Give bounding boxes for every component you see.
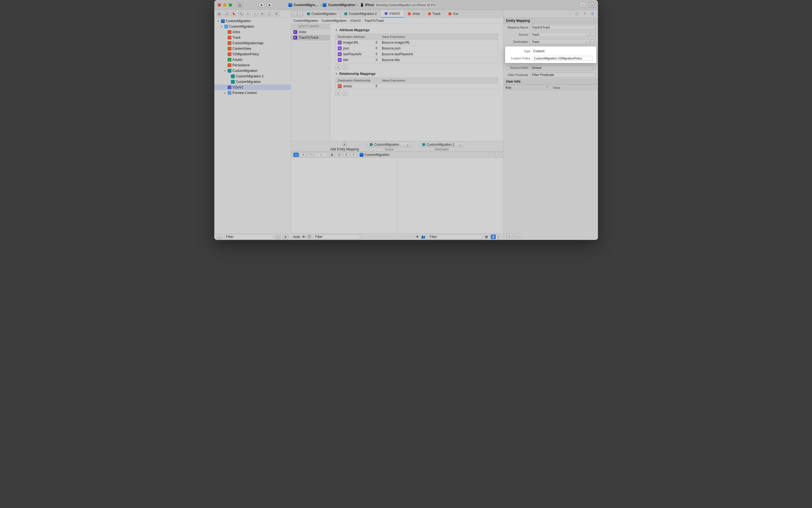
add-entity-mapping-button[interactable]: ＋Add Entity Mapping (330, 142, 359, 151)
find-icon[interactable]: 🔍 (238, 11, 244, 16)
tree-item[interactable]: V1toV2 (214, 85, 291, 90)
variables-view[interactable] (291, 158, 397, 233)
attr-add-button[interactable]: ＋ (335, 65, 341, 70)
debug-view-icon[interactable]: ▦ (329, 153, 335, 157)
tree-item[interactable]: ▾CustomMigration (214, 18, 291, 24)
help-inspector-icon[interactable]: ？ (582, 11, 587, 16)
debug-target[interactable]: CustomMigration (360, 153, 390, 157)
history-inspector-icon[interactable]: 🕘 (574, 11, 580, 16)
userinfo-add-button[interactable]: ＋ (506, 233, 512, 238)
zoom-window[interactable] (229, 3, 232, 7)
scm-icon[interactable]: ⊞ (283, 235, 289, 239)
tree-item[interactable]: ▾CustomMigration (214, 68, 291, 74)
file-inspector-icon[interactable]: 📄 (567, 11, 572, 16)
step-over-button[interactable]: ↷ (308, 153, 313, 157)
editor-tab[interactable]: CustomMigration 2 (340, 10, 381, 18)
crumb[interactable]: TrackToTrack (364, 19, 384, 23)
add-file-button[interactable]: ＋ (217, 235, 223, 239)
debug-layout-toggle[interactable]: ▮▯ (490, 235, 501, 239)
relationship-mappings-header[interactable]: ▼Relationship Mappings (335, 72, 498, 76)
filter-predicate-input[interactable]: Filter Predicate (530, 73, 595, 77)
editor-tab[interactable]: CustomMigration (303, 10, 341, 18)
run-button[interactable]: ▶ (267, 2, 273, 7)
debug-memory-icon[interactable]: ⊞ (336, 153, 342, 157)
scheme-selector[interactable]: CustomMigra… › CustomMigration › 📱 iPhon… (288, 3, 387, 7)
entity-mapping-item[interactable]: ETrackToTrack (291, 35, 330, 40)
console-view[interactable] (397, 158, 503, 233)
custom-policy-input[interactable]: CustomMigration.V2MigrationPolicy (532, 56, 593, 61)
tree-item[interactable]: ContentView (214, 46, 291, 51)
tabs-nav-fwd[interactable]: › (297, 11, 303, 16)
editor-tab[interactable]: Track (424, 10, 445, 18)
tree-item[interactable]: CustomMigration (214, 79, 291, 85)
debug-panel-toggle[interactable]: ▭ (495, 153, 501, 157)
destination-jump-icon[interactable]: → (591, 39, 595, 44)
rel-remove-button[interactable]: − (342, 91, 348, 96)
tree-item[interactable]: Persistence (214, 62, 291, 68)
console-people-icon[interactable]: 👥 (421, 235, 425, 239)
mapping-name-input[interactable]: TrackToTrack (530, 25, 595, 30)
console-filter[interactable]: Filter (428, 235, 482, 239)
tree-item[interactable]: CustomMigrationApp (214, 40, 291, 46)
info-icon[interactable]: ⓘ (308, 235, 311, 239)
attribute-mappings-header[interactable]: ▼Attribute Mappings (335, 28, 498, 32)
editor-tab[interactable]: V1toV2 (381, 10, 404, 18)
user-info-list[interactable] (504, 90, 598, 231)
close-window[interactable] (218, 3, 221, 7)
eye-icon[interactable]: 👁 (302, 235, 305, 239)
attr-row[interactable]: Ajson$source.json (336, 46, 498, 51)
tree-item[interactable]: Track (214, 35, 291, 40)
destination-select[interactable]: Track (530, 39, 590, 44)
debug-loc-icon[interactable]: ✈ (351, 153, 356, 157)
debug-env-icon[interactable]: ⚙ (344, 153, 349, 157)
source-select[interactable]: Track (530, 32, 590, 37)
issues-icon[interactable]: ⚠ (245, 11, 251, 16)
debug-icon[interactable]: ⟳ (259, 11, 265, 16)
new-tab-button[interactable]: ＋ (580, 2, 586, 7)
crumb[interactable]: CustomMigration (322, 19, 347, 23)
recent-icon[interactable]: 🕘 (275, 235, 281, 239)
breakpoints-icon[interactable]: ▯ (267, 11, 272, 16)
tree-item[interactable]: V2MigrationPolicy (214, 51, 291, 57)
step-out-button[interactable]: ↑ (322, 153, 328, 157)
rel-add-button[interactable]: ＋ (335, 91, 341, 96)
tree-item[interactable]: ▸Preview Content (214, 90, 291, 96)
tree-item[interactable]: Artist (214, 29, 291, 35)
reports-icon[interactable]: ☰ (274, 11, 280, 16)
stop-button[interactable]: ■ (258, 2, 265, 7)
tree-item[interactable]: Assets (214, 57, 291, 62)
source-jump-icon[interactable]: → (591, 32, 595, 37)
crumb[interactable]: V1toV2 (350, 19, 361, 23)
step-into-button[interactable]: ↓ (315, 153, 320, 157)
attr-row[interactable]: AlastPlayedAt$source.lastPlayedAt (336, 51, 498, 57)
user-info-value-col[interactable]: Value (551, 85, 598, 90)
dest-model-picker[interactable]: CustomMigration 2⌄ Destination (420, 142, 464, 151)
auto-label[interactable]: Auto (293, 235, 300, 239)
user-info-key-col[interactable]: Key ⌃ (504, 85, 551, 90)
navigator-filter[interactable]: Filter (224, 235, 273, 239)
attr-row[interactable]: Atitle$source.title (336, 57, 498, 63)
trash-icon[interactable]: 🗑 (485, 235, 488, 239)
editor-tab[interactable]: Cor (445, 10, 462, 18)
attributes-inspector-icon[interactable]: ☰ (590, 11, 595, 16)
userinfo-remove-button[interactable]: − (514, 233, 520, 238)
library-toggle-icon[interactable]: ▭ (588, 2, 594, 7)
console-eye-icon[interactable]: 👁 (416, 235, 419, 239)
editor-tab[interactable]: Artist (404, 10, 424, 18)
project-tree[interactable]: ▾CustomMigration▾CustomMigrationArtistTr… (214, 18, 291, 233)
attr-remove-button[interactable]: − (342, 65, 348, 70)
tabs-nav-back[interactable]: ‹ (291, 11, 297, 16)
breakpoint-toggle[interactable]: ⎊ (293, 153, 299, 157)
tree-item[interactable]: ▾CustomMigration (214, 24, 291, 29)
source-control-icon[interactable]: ⎇ (224, 11, 229, 16)
entity-mapping-item[interactable]: EArtist (291, 29, 330, 35)
pause-button[interactable]: ⏸ (300, 153, 306, 157)
variables-filter[interactable]: Filter (313, 235, 360, 239)
tests-icon[interactable]: ◇ (252, 11, 258, 16)
attr-row[interactable]: AimageURL$source.imageURL (336, 40, 498, 46)
bookmark-icon[interactable]: 🔖 (231, 11, 236, 16)
minimize-window[interactable] (223, 3, 227, 7)
source-model-picker[interactable]: CustomMigration⌄ Source (367, 142, 412, 151)
project-navigator-icon[interactable]: ▤ (217, 11, 222, 16)
sidebar-toggle-icon[interactable]: ▥ (237, 2, 243, 7)
